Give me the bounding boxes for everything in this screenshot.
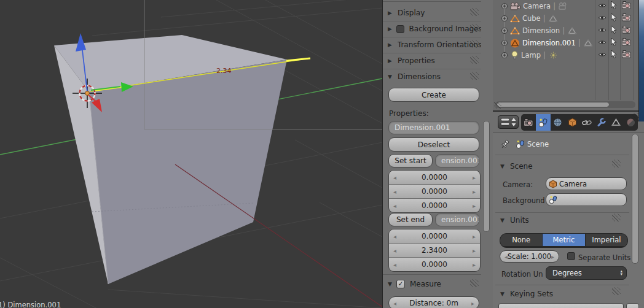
create-button[interactable]: Create: [388, 88, 479, 102]
start-x-field[interactable]: ◂ 0.0000 ▸: [389, 171, 480, 185]
increment-icon[interactable]: ▸: [473, 247, 476, 254]
decrement-icon[interactable]: ◂: [393, 188, 396, 195]
units-imperial-button[interactable]: Imperial: [586, 234, 627, 246]
separator: |: [562, 26, 565, 35]
decrement-icon[interactable]: ◂: [393, 247, 396, 254]
selectability-toggle[interactable]: [611, 50, 617, 61]
deselect-button[interactable]: Deselect: [388, 137, 479, 152]
outliner-hscrollbar-track[interactable]: [495, 101, 635, 108]
panel-header-properties[interactable]: ▶ Properties: [383, 53, 481, 69]
outliner-row-lamp[interactable]: Lamp |: [493, 49, 638, 61]
visibility-toggle[interactable]: [598, 26, 607, 35]
tab-world[interactable]: [551, 114, 565, 131]
increment-icon[interactable]: ▸: [473, 261, 476, 268]
renderability-toggle[interactable]: [622, 1, 631, 11]
increment-icon[interactable]: ▸: [473, 174, 476, 181]
panel-header-keying-sets[interactable]: ▼ Keying Sets: [493, 287, 630, 301]
increment-icon[interactable]: ▸: [473, 188, 476, 195]
panel-header-units[interactable]: ▼ Units: [493, 214, 630, 227]
area-resize-icon[interactable]: [494, 102, 501, 109]
keying-sets-list[interactable]: [498, 303, 624, 308]
renderability-toggle[interactable]: [622, 13, 631, 23]
chevron-right-icon: ▶: [388, 26, 396, 32]
panel-header-background-images[interactable]: ▶ Background Images: [383, 21, 481, 37]
visibility-toggle[interactable]: [598, 2, 607, 10]
measure-checkbox[interactable]: ✓: [396, 280, 405, 288]
expand-icon[interactable]: [501, 2, 508, 10]
selectability-toggle[interactable]: [611, 38, 617, 48]
panel-header-display[interactable]: ▶ Display: [383, 5, 481, 21]
outliner-row-cube[interactable]: Cube |: [493, 12, 638, 25]
end-y-field[interactable]: ◂ 2.3400 ▸: [389, 244, 480, 258]
decrement-icon[interactable]: ◂: [393, 202, 396, 209]
panel-drag-icon: [470, 279, 479, 287]
panel-drag-icon: [470, 24, 479, 32]
decrement-icon[interactable]: ◂: [393, 300, 396, 307]
scale-value: Scale: 1.000: [508, 252, 551, 261]
decrement-icon[interactable]: ◂: [393, 261, 396, 268]
scene-camera-field[interactable]: Camera: [546, 177, 627, 190]
editor-type-button[interactable]: [498, 115, 519, 129]
rotation-units-dropdown[interactable]: Degrees ▴▾: [546, 266, 627, 280]
breadcrumb-label[interactable]: Scene: [527, 140, 549, 148]
units-none-button[interactable]: None: [500, 234, 542, 246]
increment-icon[interactable]: ▸: [473, 202, 476, 209]
tab-object[interactable]: [565, 114, 579, 131]
dimension-name-field[interactable]: Dimension.001: [388, 121, 479, 134]
tab-scene[interactable]: [536, 114, 551, 131]
start-z-field[interactable]: ◂ 0.0000 ▸: [389, 199, 480, 212]
renderability-toggle[interactable]: [622, 26, 631, 36]
outliner-row-camera[interactable]: Camera |: [493, 0, 638, 12]
tool-shelf-scrollbar[interactable]: [483, 121, 490, 232]
distance-field[interactable]: ◂ Distance: 0m ▸: [388, 296, 479, 308]
renderability-toggle[interactable]: [622, 50, 631, 60]
panel-drag-icon: [612, 287, 621, 295]
pin-icon[interactable]: [500, 139, 511, 150]
outliner-row-dimension[interactable]: Dimension |: [493, 25, 638, 37]
properties-scrollbar[interactable]: [632, 134, 638, 264]
increment-icon[interactable]: ▸: [471, 300, 474, 307]
panel-header-dimensions[interactable]: ▼ Dimensions: [383, 69, 481, 85]
end-object-field[interactable]: ension.001: [435, 213, 479, 226]
start-y-field[interactable]: ◂ 0.0000 ▸: [389, 185, 480, 199]
expand-icon[interactable]: [501, 52, 508, 59]
units-metric-button[interactable]: Metric: [543, 234, 584, 246]
tab-modifiers[interactable]: [594, 114, 609, 131]
panel-header-measure[interactable]: ▼ ✓ Measure: [383, 276, 481, 292]
selectability-toggle[interactable]: [611, 26, 617, 36]
background-scene-field[interactable]: [546, 193, 627, 206]
visibility-toggle[interactable]: [598, 51, 607, 60]
start-object-field[interactable]: ension.001: [435, 154, 479, 167]
expand-icon[interactable]: [501, 27, 508, 34]
set-start-button[interactable]: Set start: [388, 154, 433, 167]
renderability-toggle[interactable]: [622, 38, 631, 48]
increment-icon[interactable]: ▸: [551, 253, 554, 260]
visibility-toggle[interactable]: [598, 39, 607, 47]
end-z-field[interactable]: ◂ 0.0000 ▸: [389, 258, 480, 271]
panel-header-scene[interactable]: ▼ Scene: [493, 160, 630, 173]
selectability-toggle[interactable]: [611, 13, 617, 24]
tab-render[interactable]: [521, 114, 536, 131]
3d-viewport[interactable]: 2.34 1) Dimension.001: [0, 0, 382, 308]
expand-icon[interactable]: [501, 15, 508, 22]
decrement-icon[interactable]: ◂: [393, 174, 396, 181]
end-x-field[interactable]: ◂ 0.0000 ▸: [389, 229, 480, 244]
set-end-button[interactable]: Set end: [388, 213, 433, 226]
visibility-toggle[interactable]: [598, 14, 607, 23]
background-images-checkbox[interactable]: [396, 25, 404, 33]
outliner-row-dimension-001[interactable]: Dimension.001 |: [493, 37, 638, 49]
scale-slider[interactable]: ◂ Scale: 1.000 ▸: [500, 250, 559, 263]
expand-icon[interactable]: [501, 39, 508, 47]
panel-label: Dimensions: [398, 72, 441, 81]
add-keying-set-button[interactable]: [626, 303, 639, 308]
increment-icon[interactable]: ▸: [473, 233, 476, 240]
outliner-hscrollbar-thumb[interactable]: [497, 102, 610, 107]
selectability-toggle[interactable]: [611, 1, 617, 12]
tab-constraints[interactable]: [579, 114, 594, 131]
panel-header-transform-orientations[interactable]: ▶ Transform Orientations: [383, 37, 481, 53]
decrement-icon[interactable]: ◂: [393, 233, 396, 240]
manipulator-origin[interactable]: [85, 91, 90, 96]
tab-object-data[interactable]: [609, 114, 624, 131]
separate-units-checkbox[interactable]: [567, 252, 575, 260]
decrement-icon[interactable]: ◂: [505, 253, 508, 260]
